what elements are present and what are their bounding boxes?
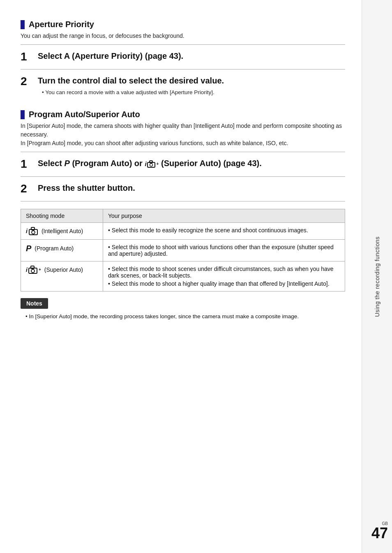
purpose-cell-pa: • Select this mode to shoot with various… (103, 239, 345, 261)
notes-bullet-1: In [Superior Auto] mode, the recording p… (21, 312, 345, 321)
aperture-priority-section: Aperture Priority You can adjust the ran… (21, 20, 345, 102)
superior-auto-icon: i + (26, 266, 41, 274)
step-2-sub: You can record a movie with a value adju… (38, 88, 345, 97)
step-2-number: 2 (21, 75, 32, 88)
svg-rect-7 (31, 266, 34, 268)
step-2-content: Turn the control dial to select the desi… (38, 75, 345, 97)
program-step-2-text: Press the shutter button. (38, 183, 345, 193)
aperture-priority-heading: Aperture Priority (21, 20, 345, 29)
svg-rect-1 (150, 161, 152, 163)
program-step-1-content: Select P (Program Auto) or i + (Superior… (38, 158, 345, 169)
blue-rect-icon-2 (21, 110, 25, 119)
intelligent-auto-icon: i (26, 227, 38, 235)
blue-rect-icon (21, 20, 25, 29)
sidebar: Using the recording functions GB 47 (362, 0, 392, 553)
program-step-2: 2 Press the shutter button. (21, 176, 345, 201)
mode-cell-ia: i (Intelligent Auto) (21, 222, 103, 239)
page-number-area: GB 47 (371, 521, 388, 541)
step-1-text: Select A (Aperture Priority) (page 43). (38, 51, 345, 61)
program-step-2-content: Press the shutter button. (38, 183, 345, 193)
purpose-cell-ia: • Select this mode to easily recognize t… (103, 222, 345, 239)
svg-rect-4 (31, 227, 35, 230)
ia-bullet-1: • Select this mode to easily recognize t… (108, 227, 340, 234)
program-step-1-text: Select P (Program Auto) or i + (Superior… (38, 158, 345, 169)
program-step-2-number: 2 (21, 183, 32, 195)
aperture-step-2: 2 Turn the control dial to select the de… (21, 69, 345, 102)
program-step-1: 1 Select P (Program Auto) or i + (Supe (21, 152, 345, 176)
program-auto-heading: Program Auto/Superior Auto (21, 110, 345, 119)
notes-heading: Notes (21, 298, 48, 309)
shooting-mode-table: Shooting mode Your purpose i (21, 209, 345, 292)
pa-bullet-1: • Select this mode to shoot with various… (108, 244, 340, 257)
table-header-purpose: Your purpose (103, 209, 345, 222)
aperture-priority-subtitle: You can adjust the range in focus, or de… (21, 32, 345, 40)
program-step-1-number: 1 (21, 158, 32, 171)
notes-section: Notes In [Superior Auto] mode, the recor… (21, 298, 345, 321)
mode-cell-sa: i + (Superior Auto) (21, 261, 103, 291)
page-number: 47 (371, 526, 388, 541)
program-auto-section: Program Auto/Superior Auto In [Superior … (21, 110, 345, 201)
sa-bullet-1: • Select this mode to shoot scenes under… (108, 266, 340, 279)
table-row-intelligent-auto: i (Intelligent Auto) • Select thi (21, 222, 345, 239)
program-auto-icon: P (26, 244, 31, 253)
mode-cell-pa: P (Program Auto) (21, 239, 103, 261)
step-1-number: 1 (21, 51, 32, 63)
svg-point-2 (150, 163, 152, 166)
sa-bullet-2: • Select this mode to shoot a higher qua… (108, 280, 340, 287)
table-header-mode: Shooting mode (21, 209, 103, 222)
svg-point-5 (32, 231, 35, 234)
superior-auto-icon-inline (147, 160, 156, 168)
aperture-step-1: 1 Select A (Aperture Priority) (page 43)… (21, 44, 345, 69)
table-row-program-auto: P (Program Auto) • Select this mode to s… (21, 239, 345, 261)
program-auto-desc-1: In [Superior Auto] mode, the camera shoo… (21, 122, 345, 148)
svg-point-8 (31, 269, 35, 273)
step-1-content: Select A (Aperture Priority) (page 43). (38, 51, 345, 61)
sa-label: (Superior Auto) (44, 266, 83, 273)
pa-label: (Program Auto) (35, 245, 74, 252)
sidebar-label: Using the recording functions (374, 236, 380, 317)
purpose-cell-sa: • Select this mode to shoot scenes under… (103, 261, 345, 291)
table-row-superior-auto: i + (Superior Auto) (21, 261, 345, 291)
ia-label: (Intelligent Auto) (42, 228, 83, 234)
step-2-text: Turn the control dial to select the desi… (38, 75, 345, 86)
